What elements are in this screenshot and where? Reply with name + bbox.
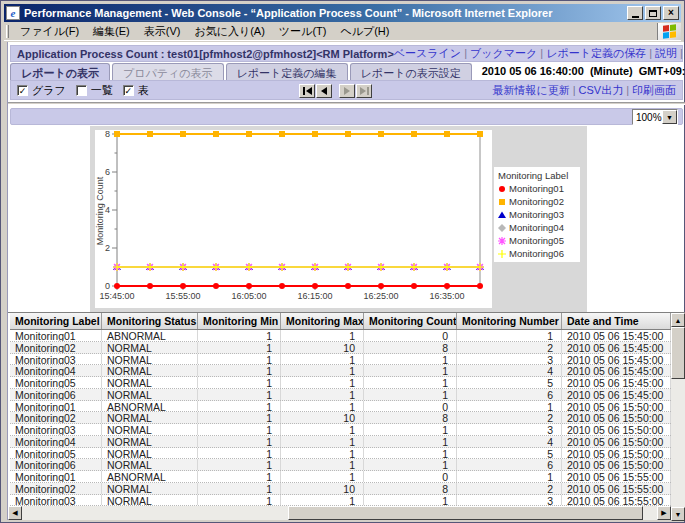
table-cell: 1 (281, 389, 364, 400)
menu-item-4[interactable]: お気に入り(A) (187, 22, 271, 41)
plus-marker-icon (496, 247, 509, 260)
vertical-scrollbar[interactable]: ▲ ▼ (671, 313, 685, 521)
table-cell: 1 (281, 354, 364, 365)
table-cell: 1 (457, 471, 562, 482)
table-row[interactable]: Monitoring06NORMAL11162010 05 06 15:45:0… (10, 389, 671, 401)
column-header-5[interactable]: Monitoring Count (364, 313, 457, 329)
ie-window: e Performance Management - Web Console -… (0, 0, 685, 523)
horizontal-scrollbar[interactable]: ◀ ▶ (8, 506, 671, 520)
column-header-1[interactable]: Monitoring Label (10, 313, 102, 329)
header-link-1[interactable]: ベースライン (394, 47, 461, 59)
last-page-button[interactable] (356, 84, 372, 98)
table-row[interactable]: Monitoring02NORMAL110822010 05 06 15:45:… (10, 342, 671, 354)
svg-text:2: 2 (105, 243, 110, 253)
table-cell: 1 (198, 424, 281, 435)
table-cell: 1 (364, 377, 457, 388)
table-cell: 3 (457, 424, 562, 435)
legend-label: Monitoring06 (509, 248, 564, 259)
table-cell: 1 (364, 389, 457, 400)
table-row[interactable]: Monitoring02NORMAL110822010 05 06 15:50:… (10, 412, 671, 424)
table-cell: 1 (198, 365, 281, 376)
menu-item-3[interactable]: 表示(V) (137, 22, 188, 41)
minimize-button[interactable] (627, 6, 643, 20)
svg-text:16:15:00: 16:15:00 (297, 291, 332, 301)
table-cell: 1 (198, 483, 281, 494)
table-cell: 1 (281, 459, 364, 470)
menu-item-6[interactable]: ヘルプ(H) (333, 22, 396, 41)
table-cell: 1 (281, 436, 364, 447)
table-row[interactable]: Monitoring01ABNORMAL11012010 05 06 15:55… (10, 471, 671, 483)
column-header-3[interactable]: Monitoring Min (198, 313, 281, 329)
menu-item-1[interactable]: ファイル(F) (13, 22, 86, 41)
table-row[interactable]: Monitoring04NORMAL11142010 05 06 15:45:0… (10, 365, 671, 377)
legend-item-Monitoring05: Monitoring05 (496, 234, 578, 247)
zoom-select[interactable]: 100% ▼ (632, 109, 678, 125)
triangle-marker-icon (496, 208, 509, 221)
scroll-left-icon[interactable]: ◀ (8, 506, 22, 520)
column-header-7[interactable]: Date and Time (562, 313, 671, 329)
table-cell: ABNORMAL (102, 330, 198, 341)
table-cell: Monitoring04 (10, 365, 102, 376)
action-link-3[interactable]: 印刷画面 (632, 84, 676, 96)
table-row[interactable]: Monitoring01ABNORMAL11012010 05 06 15:50… (10, 401, 671, 413)
square-marker-icon (496, 195, 509, 208)
previous-page-button[interactable] (316, 84, 332, 98)
horizontal-scroll-thumb[interactable] (288, 506, 643, 520)
checkbox-2[interactable] (76, 85, 87, 96)
header-link-2[interactable]: ブックマーク (470, 47, 537, 59)
table-row[interactable]: Monitoring02NORMAL110822010 05 06 15:55:… (10, 483, 671, 495)
table-row[interactable]: Monitoring01ABNORMAL11012010 05 06 15:45… (10, 330, 671, 342)
table-cell: 1 (364, 436, 457, 447)
chevron-down-icon[interactable]: ▼ (662, 110, 677, 124)
table-cell: 2010 05 06 15:45:00 (562, 342, 671, 353)
column-header-2[interactable]: Monitoring Status (102, 313, 198, 329)
svg-text:16:35:00: 16:35:00 (429, 291, 464, 301)
legend-item-Monitoring03: Monitoring03 (496, 208, 578, 221)
table-cell: 1 (364, 354, 457, 365)
legend-label: Monitoring02 (509, 196, 564, 207)
scroll-down-icon[interactable]: ▼ (671, 507, 685, 521)
scroll-right-icon[interactable]: ▶ (657, 506, 671, 520)
table-row[interactable]: Monitoring04NORMAL11142010 05 06 15:50:0… (10, 436, 671, 448)
table-cell: 2010 05 06 15:50:00 (562, 412, 671, 423)
table-cell: 2 (457, 412, 562, 423)
table-row[interactable]: Monitoring03NORMAL11132010 05 06 15:55:0… (10, 495, 671, 507)
table-row[interactable]: Monitoring05NORMAL11152010 05 06 15:50:0… (10, 448, 671, 460)
table-cell: 1 (364, 424, 457, 435)
table-cell: 1 (281, 365, 364, 376)
table-row[interactable]: Monitoring03NORMAL11132010 05 06 15:50:0… (10, 424, 671, 436)
table-row[interactable]: Monitoring03NORMAL11132010 05 06 15:45:0… (10, 354, 671, 366)
maximize-button[interactable] (645, 6, 661, 20)
tab-report-view[interactable]: レポートの表示 (10, 63, 110, 80)
chart-area: 0246815:45:0015:55:0016:05:0016:15:0016:… (90, 126, 587, 312)
scroll-up-icon[interactable]: ▲ (671, 313, 685, 327)
tab-edit-report-definition[interactable]: レポート定義の編集 (226, 63, 348, 80)
table-cell: 3 (457, 495, 562, 506)
table-cell: 4 (457, 365, 562, 376)
header-link-4[interactable]: 説明 (655, 47, 677, 59)
header-link-3[interactable]: レポート定義の保存 (546, 47, 646, 59)
first-page-button[interactable] (299, 84, 315, 98)
vertical-scroll-thumb[interactable] (671, 327, 685, 379)
action-link-1[interactable]: 最新情報に更新 (492, 84, 569, 96)
tab-property-view[interactable]: プロパティの表示 (112, 63, 224, 80)
table-cell: NORMAL (102, 436, 198, 447)
table-cell: Monitoring02 (10, 412, 102, 423)
table-cell: 1 (281, 495, 364, 506)
checkbox-1[interactable]: ✓ (17, 85, 28, 96)
menu-grip-handle[interactable] (6, 25, 9, 38)
table-cell: 1 (281, 330, 364, 341)
table-cell: 10 (281, 342, 364, 353)
checkbox-3[interactable]: ✓ (123, 85, 134, 96)
menu-item-5[interactable]: ツール(T) (272, 22, 334, 41)
table-row[interactable]: Monitoring05NORMAL11152010 05 06 15:45:0… (10, 377, 671, 389)
column-header-6[interactable]: Monitoring Number (457, 313, 562, 329)
tab-report-display-settings[interactable]: レポートの表示設定 (350, 63, 472, 80)
next-page-button[interactable] (339, 84, 355, 98)
close-button[interactable]: × (663, 6, 679, 20)
table-row[interactable]: Monitoring06NORMAL11162010 05 06 15:50:0… (10, 459, 671, 471)
column-header-4[interactable]: Monitoring Max (281, 313, 364, 329)
action-link-2[interactable]: CSV出力 (579, 84, 624, 96)
menu-item-2[interactable]: 編集(E) (86, 22, 137, 41)
table-cell: Monitoring01 (10, 401, 102, 412)
